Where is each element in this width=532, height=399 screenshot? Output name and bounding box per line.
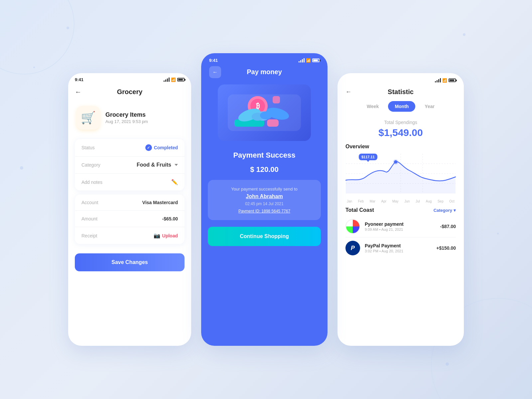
payment-amount-prefix: $ (250, 165, 256, 174)
total-spendings: Total Spendings $1,549.00 (337, 117, 464, 144)
account-row: Account Visa Mastercard (75, 195, 185, 211)
amount-value: -$65.00 (162, 216, 178, 221)
phone-right: 9:41 📶 ← Statistic Week Month (337, 73, 464, 346)
overview-title: Overview (345, 144, 456, 150)
total-spendings-label: Total Spendings (345, 120, 456, 125)
pyoneer-info: Pyoneer payment 9:09 AM • Aug 21, 2021 (365, 221, 436, 231)
status-row: Status ✓ Completed (75, 139, 185, 157)
grocery-hero: 🛒 Grocery Items Aug 17, 2021 9:53 pm (68, 102, 191, 136)
category-dropdown[interactable]: Food & Fruits (137, 162, 178, 168)
amount-label: Amount (81, 216, 97, 221)
payment-success-title: Payment Success (201, 148, 328, 161)
chart-labels: JanFebMarAprMayJunJulAugSepOct (345, 200, 456, 203)
page-title-center: Pay money (247, 68, 282, 76)
svg-point-11 (260, 111, 272, 119)
battery-icon (177, 78, 185, 81)
header-center: ← Pay money (201, 66, 328, 81)
paypal-info: PayPal Payment 3:02 PM • Aug 20, 2021 (365, 243, 432, 253)
transaction-item-pyoneer: Pyoneer payment 9:09 AM • Aug 21, 2021 -… (345, 216, 456, 237)
account-value: Visa Mastercard (142, 200, 178, 205)
pyoneer-name: Pyoneer payment (365, 221, 436, 227)
back-button-center[interactable]: ← (209, 66, 221, 78)
grocery-date: Aug 17, 2021 9:53 pm (105, 119, 148, 124)
details-card-2: Account Visa Mastercard Amount -$65.00 R… (75, 195, 185, 244)
paypal-name: PayPal Payment (365, 243, 432, 248)
category-label: Category (81, 162, 100, 168)
status-label: Status (81, 145, 95, 150)
chart-container: $117.11 (345, 154, 456, 197)
month-button[interactable]: Month (388, 101, 415, 112)
notes-row[interactable]: Add notes ✏️ (75, 174, 185, 191)
pid-value: 1898 5645 7767 (261, 209, 290, 213)
account-label: Account (81, 200, 98, 205)
pid-label: Payment ID: (238, 209, 261, 213)
wifi-icon-center: 📶 (306, 58, 311, 63)
status-icons-right: 📶 (435, 78, 456, 83)
continue-shopping-button[interactable]: Continue Shopping (208, 227, 321, 246)
signal-icon-center (299, 58, 305, 63)
category-row[interactable]: Category Food & Fruits (75, 157, 185, 174)
battery-icon-right (449, 78, 456, 82)
total-cost-title: Total Coast (345, 207, 374, 213)
status-bar-center: 9:41 📶 (201, 53, 328, 66)
details-card-1: Status ✓ Completed Category Food & Fruit… (75, 139, 185, 191)
status-icons-center: 📶 (299, 58, 320, 63)
signal-icon-right (435, 78, 441, 82)
pencil-icon[interactable]: ✏️ (171, 179, 178, 185)
wifi-icon-right: 📶 (442, 78, 447, 83)
pyoneer-icon (345, 219, 360, 234)
wifi-icon: 📶 (171, 77, 176, 82)
transaction-list: Pyoneer payment 9:09 AM • Aug 21, 2021 -… (337, 216, 464, 259)
year-button[interactable]: Year (418, 101, 441, 112)
phone-center: 9:41 📶 ← Pay money (201, 53, 328, 346)
amount-row: Amount -$65.00 (75, 211, 185, 227)
upload-button[interactable]: 📷 Upload (154, 232, 178, 239)
payment-amount-value: 120.00 (256, 165, 279, 174)
paypal-letter: P (351, 245, 355, 252)
payment-amount: $ 120.00 (201, 161, 328, 180)
header-left: ← Grocery (68, 85, 191, 102)
period-selector: Week Month Year (337, 101, 464, 117)
status-icons-left: 📶 (164, 77, 185, 82)
payment-illustration: ₿ (201, 81, 328, 148)
chart-tooltip: $117.11 (359, 154, 377, 160)
paypal-date: 3:02 PM • Aug 20, 2021 (365, 249, 432, 253)
payment-datetime: 02:45 pm 14 Jul 2021 (214, 201, 314, 206)
status-bar-right: 9:41 📶 (337, 73, 464, 85)
signal-icon (164, 77, 170, 82)
grocery-name: Grocery Items (105, 111, 148, 118)
phone-left: 9:41 📶 ← Grocery 🛒 (68, 73, 191, 346)
upload-label: Upload (162, 233, 178, 238)
illustration-box: ₿ (218, 84, 311, 141)
status-value: ✓ Completed (145, 144, 178, 151)
page-title-left: Grocery (117, 88, 143, 96)
payment-svg: ₿ (224, 88, 304, 138)
back-button-left[interactable]: ← (75, 88, 81, 96)
battery-icon-center (312, 59, 320, 62)
chevron-down-icon-right: ▾ (454, 208, 456, 213)
paypal-icon: P (345, 241, 360, 255)
receipt-row[interactable]: Receipt 📷 Upload (75, 227, 185, 244)
paypal-amount: +$150.00 (436, 245, 456, 251)
save-changes-button[interactable]: Save Changes (75, 253, 185, 271)
pyoneer-date: 9:09 AM • Aug 21, 2021 (365, 227, 436, 231)
header-right: ← Statistic (337, 85, 464, 101)
transaction-item-paypal: P PayPal Payment 3:02 PM • Aug 20, 2021 … (345, 237, 456, 259)
category-filter[interactable]: Category ▾ (434, 208, 456, 213)
total-spendings-amount: $1,549.00 (345, 127, 456, 138)
total-cost-header: Total Coast Category ▾ (337, 203, 464, 216)
back-button-right[interactable]: ← (345, 88, 351, 95)
svg-rect-4 (273, 96, 280, 103)
svg-rect-6 (267, 119, 279, 127)
grocery-info: Grocery Items Aug 17, 2021 9:53 pm (105, 111, 148, 124)
grocery-icon: 🛒 (76, 106, 100, 130)
check-icon: ✓ (145, 144, 152, 151)
notes-label: Add notes (81, 180, 102, 185)
status-bar-left: 9:41 📶 (68, 73, 191, 85)
svg-point-18 (393, 159, 398, 165)
time-center: 9:41 (209, 58, 218, 63)
phones-container: 9:41 📶 ← Grocery 🛒 (68, 53, 464, 346)
recipient-name: John Abraham (214, 194, 314, 200)
time-left: 9:41 (75, 77, 83, 82)
week-button[interactable]: Week (360, 101, 385, 112)
